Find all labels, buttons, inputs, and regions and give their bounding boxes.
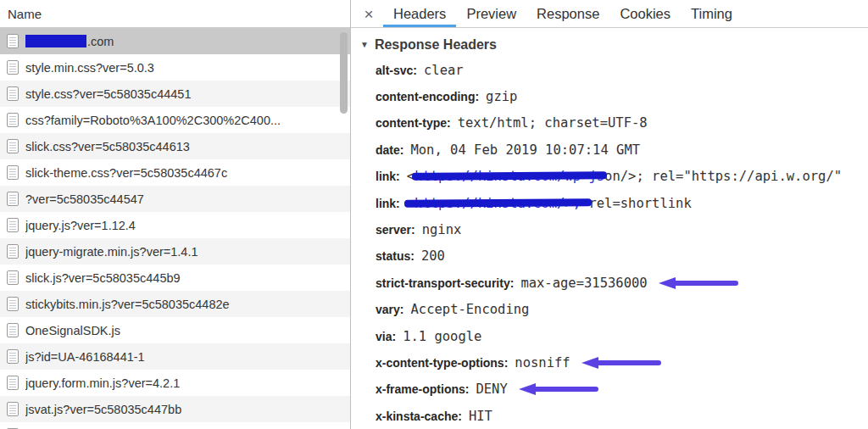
request-row[interactable]: .com [0,28,350,54]
request-row[interactable]: style.min.css?ver=5.0.3 [0,54,350,81]
document-icon [7,86,19,101]
request-row[interactable] [0,422,350,429]
request-row[interactable]: jquery.js?ver=1.12.4 [0,212,350,238]
response-header-row: content-encoding: gzip [376,83,868,109]
header-value: nginx [422,222,462,237]
response-headers-section-toggle[interactable]: ▼ Response Headers [351,28,868,57]
header-name: status: [376,249,415,263]
response-header-row: alt-svc: clear [376,57,868,83]
response-header-row: date: Mon, 04 Feb 2019 10:07:14 GMT [376,136,868,163]
header-value: text/html; charset=UTF-8 [458,115,648,131]
request-name: slick.js?ver=5c58035c445b9 [25,271,196,285]
document-icon [7,376,19,390]
response-header-row: status: 200 [376,243,868,270]
document-icon [7,323,19,337]
document-icon [7,113,19,127]
header-name: link: [376,170,400,183]
header-name: x-frame-options: [376,382,469,396]
document-icon [7,349,19,364]
tab-cookies[interactable]: Cookies [609,0,681,27]
tab-label: Timing [691,6,732,22]
document-icon [7,244,19,259]
header-value: <https://kinsta.com/>; rel=shortlink [407,196,692,211]
left-panel-scrollbar[interactable] [340,32,348,114]
response-header-row: x-kinsta-cache: HIT [376,403,868,429]
header-value: 1.1 google [403,329,481,344]
header-value: max-age=31536000 [520,276,647,291]
header-name: content-type: [376,116,451,130]
document-icon [7,270,19,285]
header-value: Accept-Encoding [410,302,529,317]
header-name: content-encoding: [376,90,479,103]
document-icon [7,34,19,48]
document-icon [7,297,19,311]
response-header-row: server: nginx [376,216,868,242]
request-row[interactable]: js?id=UA-46168441-1 [0,343,350,370]
response-headers-list: alt-svc: clear content-encoding: gzip co… [351,57,868,429]
request-row[interactable]: stickybits.min.js?ver=5c58035c4482e [0,291,350,317]
request-row[interactable]: OneSignalSDK.js [0,317,350,343]
request-row[interactable]: jquery-migrate.min.js?ver=1.4.1 [0,238,350,265]
header-name: link: [376,197,400,210]
header-value: DENY [476,382,507,397]
header-name: alt-svc: [376,64,417,77]
request-name: ?ver=5c58035c44547 [25,192,159,206]
tab-response[interactable]: Response [526,0,609,27]
network-request-list-panel: Name .com style.min.css?ver=5.0.3 style.… [0,0,351,429]
request-name: jsvat.js?ver=5c58035c447bb [25,403,197,416]
document-icon [7,402,19,416]
response-header-row: vary: Accept-Encoding [376,297,868,323]
request-row[interactable]: ?ver=5c58035c44547 [0,186,350,212]
document-icon [7,60,19,75]
request-row[interactable]: jsvat.js?ver=5c58035c447bb [0,396,350,422]
request-name: stickybits.min.js?ver=5c58035c4482e [25,298,245,311]
header-value: <https://kinsta.com/wp-json/>; rel="http… [407,169,842,184]
document-icon [7,192,19,206]
request-details-panel: × HeadersPreviewResponseCookiesTiming ▼ … [351,0,868,429]
document-icon [7,218,19,232]
request-name: style.css?ver=5c58035c44451 [25,87,206,101]
request-row[interactable]: css?family=Roboto%3A100%2C300%2C400... [0,107,350,133]
request-name: css?family=Roboto%3A100%2C300%2C400... [25,114,296,127]
header-name: vary: [376,303,403,316]
tab-headers[interactable]: Headers [383,0,456,27]
tab-timing[interactable]: Timing [681,0,743,27]
header-name: server: [376,223,415,237]
tabs-container: HeadersPreviewResponseCookiesTiming [383,0,743,27]
name-column-header[interactable]: Name [0,0,350,28]
request-rows: .com style.min.css?ver=5.0.3 style.css?v… [0,28,350,429]
response-header-row: x-frame-options: DENY [376,376,868,403]
request-row[interactable]: slick-theme.css?ver=5c58035c4467c [0,159,350,186]
document-icon [7,139,19,153]
response-header-row: content-type: text/html; charset=UTF-8 [376,110,868,136]
name-column-label: Name [8,7,42,21]
request-row[interactable]: slick.js?ver=5c58035c445b9 [0,265,350,291]
tab-preview[interactable]: Preview [456,0,526,27]
request-name: style.min.css?ver=5.0.3 [25,61,170,75]
redaction-box [25,35,86,47]
request-row[interactable]: slick.css?ver=5c58035c44613 [0,133,350,159]
redaction-scribble: https://kinsta.com/wp-js [415,169,604,184]
response-header-row: link: <https://kinsta.com/>; rel=shortli… [376,190,868,216]
request-name: OneSignalSDK.js [25,324,136,337]
header-value: HIT [469,409,492,424]
header-value: clear [424,63,464,78]
tab-label: Headers [393,6,446,22]
request-name: slick.css?ver=5c58035c44613 [25,140,205,153]
response-header-row: strict-transport-security: max-age=31536… [376,270,868,296]
header-value: Mon, 04 Feb 2019 10:07:14 GMT [410,142,640,158]
section-title: Response Headers [375,37,497,53]
disclosure-triangle-icon: ▼ [360,41,369,49]
devtools-network-panel: Name .com style.min.css?ver=5.0.3 style.… [0,0,868,429]
header-value: gzip [486,89,517,104]
header-name: strict-transport-security: [376,276,514,290]
request-row[interactable]: style.css?ver=5c58035c44451 [0,81,350,107]
annotation-arrow-icon [581,356,663,370]
request-name: js?id=UA-46168441-1 [25,350,160,364]
response-header-row: link: <https://kinsta.com/wp-json/>; rel… [376,164,868,190]
close-icon[interactable]: × [361,6,376,22]
request-name: jquery-migrate.min.js?ver=1.4.1 [25,245,214,259]
request-name: slick-theme.css?ver=5c58035c4467c [25,166,242,180]
request-row[interactable]: jquery.form.min.js?ver=4.2.1 [0,370,350,396]
header-name: date: [376,143,403,157]
